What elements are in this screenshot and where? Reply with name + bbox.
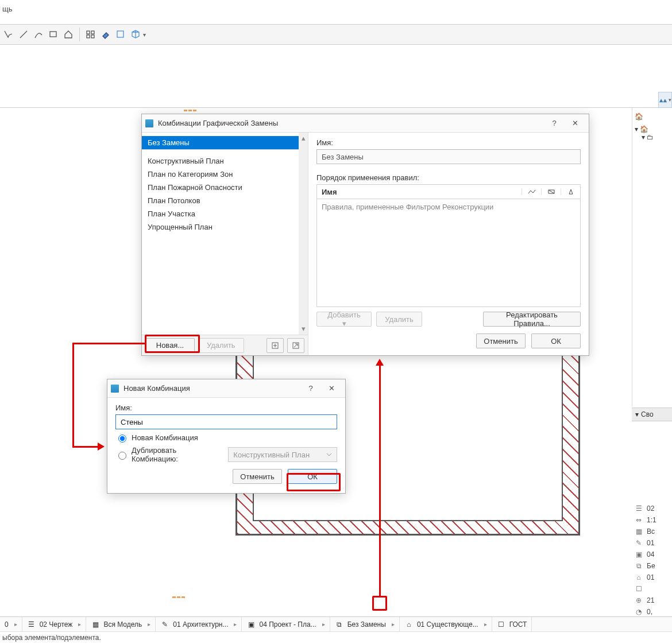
ok-button[interactable]: ОК [288, 469, 337, 484]
ok-button[interactable]: ОК [531, 333, 581, 348]
grid-icon: ▦ [634, 527, 643, 536]
list-item[interactable]: План Потолков [142, 194, 299, 207]
nav-tab-icon[interactable]: 🏠 [635, 112, 643, 121]
list-item[interactable]: План Участка [142, 207, 299, 220]
list-item[interactable]: План по Категориям Зон [142, 168, 299, 181]
main-toolbar: ▾ [0, 24, 672, 45]
svg-rect-0 [50, 32, 56, 37]
name-label: Имя: [115, 404, 337, 412]
menu-bar[interactable]: щь [0, 0, 12, 20]
reno-icon: ⌂ [634, 573, 643, 581]
sb-scale[interactable]: ▦Вся Модель▸ [86, 617, 156, 631]
tool-eraser-icon[interactable] [99, 28, 112, 41]
tab-strip [0, 92, 672, 108]
name-input[interactable] [115, 414, 337, 429]
window-icon: ▣ [246, 620, 256, 629]
qo-row[interactable]: ▣04 [632, 549, 672, 560]
delete-button[interactable]: Удалить [198, 338, 244, 353]
sb-mvo[interactable]: ▣04 Проект - Пла...▸ [242, 617, 330, 631]
import-icon[interactable] [267, 338, 284, 353]
dock-handle[interactable] [172, 591, 188, 595]
sb-dim[interactable]: ☐ГОСТ [492, 617, 532, 631]
dock-handle[interactable] [184, 104, 200, 108]
new-button[interactable]: Новая... [145, 338, 195, 353]
hint-bar: ыбора элемента/подэлемента. [0, 631, 672, 644]
qo-row[interactable]: ◔0, [632, 606, 672, 618]
scrollbar[interactable]: ▴ ▾ [299, 133, 308, 335]
list-item[interactable]: План Пожарной Опасности [142, 181, 299, 194]
svg-rect-3 [87, 35, 90, 38]
help-button[interactable]: ? [300, 381, 321, 397]
tool-mesh-icon[interactable] [84, 28, 97, 41]
add-rule-button[interactable]: Добавить ▾ [316, 312, 372, 327]
nav-tree[interactable]: ▾ 🏠 ▾ 🗀 [634, 125, 671, 141]
dialog-titlebar[interactable]: Новая Комбинация ? ✕ [107, 379, 345, 398]
dim-icon: ☐ [634, 585, 643, 593]
qo-row[interactable]: ✎01 [632, 537, 672, 549]
tool-segment-icon[interactable] [17, 28, 30, 41]
navigator-toggle[interactable]: ▾ [658, 92, 672, 108]
tool-clip-icon[interactable] [114, 28, 127, 41]
close-button[interactable]: ✕ [321, 381, 342, 397]
properties-header[interactable]: ▾ Сво [632, 408, 672, 421]
svg-rect-5 [117, 31, 123, 37]
sb-reno[interactable]: ⌂01 Существующе...▸ [400, 617, 492, 631]
combinations-list[interactable]: Без Замены Конструктивный План План по К… [142, 133, 299, 335]
dialog-title: Новая Комбинация [123, 384, 190, 393]
scale-icon: ▦ [91, 620, 100, 629]
rules-placeholder: Правила, примененные Фильтром Реконструк… [322, 203, 493, 211]
radio-input[interactable] [118, 434, 126, 443]
tool-curve-icon[interactable] [32, 28, 45, 41]
help-button[interactable]: ? [544, 115, 565, 131]
delete-rule-button[interactable]: Удалить [376, 312, 422, 327]
list-item[interactable]: Упрощенный План [142, 220, 299, 234]
tool-house-icon[interactable] [62, 28, 75, 41]
name-input[interactable] [316, 149, 581, 164]
cancel-button[interactable]: Отменить [476, 333, 526, 348]
dim-icon: ☐ [497, 620, 506, 629]
radio-input[interactable] [118, 452, 126, 460]
tool-rect-icon[interactable] [47, 28, 60, 41]
qo-row[interactable]: ⇔1:1 [632, 514, 672, 526]
rules-label: Порядок применения правил: [316, 173, 581, 182]
radio-label: Дублировать Комбинацию: [132, 446, 225, 463]
menu-help[interactable]: щь [2, 5, 12, 13]
list-item[interactable]: Конструктивный План [142, 154, 299, 168]
tool-arrow-icon[interactable] [2, 28, 15, 41]
properties-title: Сво [641, 410, 654, 418]
dialog-titlebar[interactable]: Комбинации Графической Замены ? ✕ [142, 114, 589, 133]
sb-override[interactable]: ⧉Без Замены▸ [330, 617, 400, 631]
qo-row[interactable]: ▦Вс [632, 526, 672, 537]
dialog-graphic-overrides: Комбинации Графической Замены ? ✕ Без За… [141, 114, 589, 356]
zoom-icon: ⊕ [634, 596, 643, 604]
tool-3d-icon[interactable] [129, 28, 142, 41]
svg-rect-2 [91, 31, 94, 34]
edit-rules-button[interactable]: Редактировать Правила... [483, 312, 581, 327]
reno-icon: ⌂ [404, 620, 414, 629]
col-fill-icon [541, 188, 561, 195]
qo-row[interactable]: ☰02 [632, 503, 672, 514]
pen-icon: ✎ [634, 539, 643, 547]
cancel-button[interactable]: Отменить [233, 469, 282, 484]
sb-layers[interactable]: ☰02 Чертеж▸ [22, 617, 87, 631]
export-icon[interactable] [287, 338, 304, 353]
rules-table-header: Имя [316, 184, 581, 199]
rules-table-body[interactable]: Правила, примененные Фильтром Реконструк… [316, 199, 581, 307]
scale-icon: ⇔ [634, 516, 643, 524]
close-button[interactable]: ✕ [565, 115, 585, 131]
hint-text: ыбора элемента/подэлемента. [2, 634, 101, 642]
radio-duplicate-combination[interactable]: Дублировать Комбинацию: Конструктивный П… [115, 446, 337, 463]
qo-row[interactable]: ⌂01 [632, 572, 672, 583]
sb-penset[interactable]: ✎01 Архитектурн...▸ [156, 617, 242, 631]
radio-new-combination[interactable]: Новая Комбинация [115, 433, 337, 443]
qo-row[interactable]: ☐ [632, 583, 672, 595]
qo-row[interactable]: ⧉Бе [632, 560, 672, 572]
qo-row[interactable]: ⊕21 [632, 595, 672, 606]
dialog-title: Комбинации Графической Замены [158, 119, 278, 127]
list-item[interactable]: Без Замены [142, 136, 299, 149]
toolbar-dropdown-icon[interactable]: ▾ [143, 32, 146, 38]
duplicate-source-combo[interactable]: Конструктивный План [228, 447, 337, 462]
navigator-panel: 🏠 ▾ 🏠 ▾ 🗀 [632, 108, 672, 406]
window-icon: ▣ [634, 550, 643, 558]
sb-zoom[interactable]: 0▸ [0, 617, 22, 631]
